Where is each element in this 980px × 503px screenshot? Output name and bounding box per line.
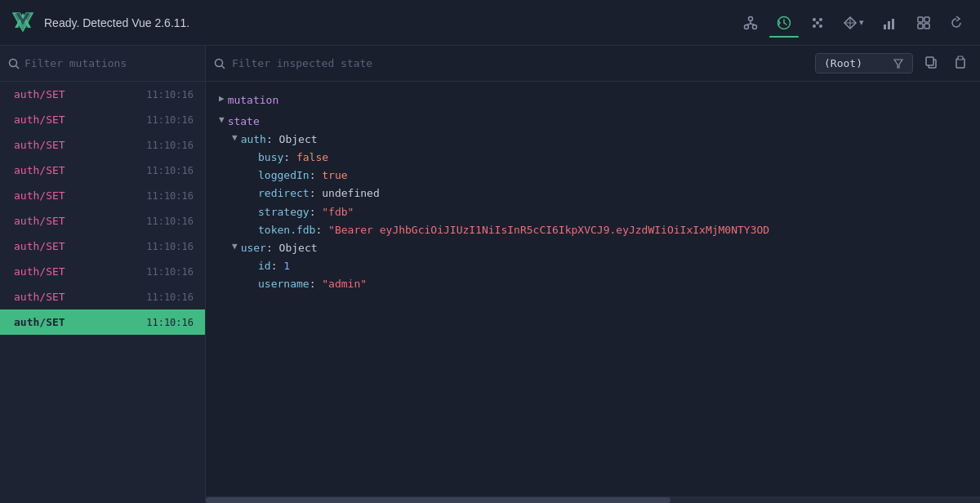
copy-state-button[interactable]	[920, 52, 942, 75]
mutation-name: auth/SET	[14, 291, 65, 303]
svg-point-13	[819, 18, 822, 21]
component-tree-icon	[743, 16, 758, 30]
loggedin-line: loggedIn : true	[219, 167, 967, 185]
mutation-item[interactable]: auth/SET 11:10:16	[0, 309, 205, 335]
filter-bar	[0, 46, 205, 82]
settings-button[interactable]	[910, 11, 938, 35]
mutation-name: auth/SET	[14, 139, 65, 151]
mutation-time: 11:10:16	[146, 241, 194, 252]
main-area: auth/SET 11:10:16auth/SET 11:10:16auth/S…	[0, 46, 980, 503]
filter-mutations-input[interactable]	[24, 57, 197, 69]
logo: Ready. Detected Vue 2.6.11.	[10, 10, 189, 36]
svg-rect-26	[918, 24, 923, 29]
auth-key: auth	[241, 131, 266, 149]
svg-point-28	[10, 59, 17, 66]
right-panel: (Root) mutati	[206, 46, 980, 503]
token-line: token.fdb : "Bearer eyJhbGciOiJIUzI1NiIs…	[219, 221, 967, 239]
mutation-item[interactable]: auth/SET 11:10:16	[0, 234, 205, 259]
mutation-name: auth/SET	[14, 240, 65, 252]
mutations-list: auth/SET 11:10:16auth/SET 11:10:16auth/S…	[0, 82, 205, 503]
mutation-item[interactable]: auth/SET 11:10:16	[0, 82, 205, 107]
root-selector-label: (Root)	[824, 57, 888, 69]
svg-point-15	[819, 24, 822, 28]
auth-object-header: auth : Object	[219, 131, 967, 149]
svg-line-9	[746, 24, 751, 25]
mutation-item[interactable]: auth/SET 11:10:16	[0, 284, 205, 309]
svg-point-30	[216, 59, 223, 66]
code-viewer: mutation state auth : Object busy : fals…	[206, 82, 980, 496]
filter-funnel-icon	[893, 58, 904, 69]
mutation-label: mutation	[228, 91, 279, 109]
svg-line-29	[16, 65, 20, 69]
performance-icon	[882, 15, 898, 31]
mutation-item[interactable]: auth/SET 11:10:16	[0, 183, 205, 208]
svg-point-6	[745, 24, 749, 29]
mutation-item[interactable]: auth/SET 11:10:16	[0, 259, 205, 284]
refresh-button[interactable]	[942, 11, 970, 35]
history-button[interactable]	[769, 10, 799, 36]
left-panel: auth/SET 11:10:16auth/SET 11:10:16auth/S…	[0, 46, 206, 503]
mutation-time: 11:10:16	[146, 140, 194, 151]
state-filter-bar: (Root)	[206, 46, 980, 82]
scrollbar-thumb	[206, 497, 670, 503]
mutation-name: auth/SET	[14, 114, 65, 126]
component-tree-button[interactable]	[737, 11, 764, 35]
router-icon	[843, 16, 858, 30]
state-label: state	[228, 113, 260, 131]
svg-rect-20	[884, 24, 886, 29]
strategy-line: strategy : "fdb"	[219, 203, 967, 221]
mutation-name: auth/SET	[14, 316, 65, 328]
svg-rect-35	[956, 59, 964, 68]
mutation-name: auth/SET	[14, 189, 65, 202]
mutation-time: 11:10:16	[146, 89, 194, 100]
mutation-time: 11:10:16	[146, 266, 194, 278]
mutation-item[interactable]: auth/SET 11:10:16	[0, 107, 205, 132]
state-section-header: state	[219, 113, 967, 131]
mutation-toggle[interactable]	[219, 91, 225, 107]
mutation-item[interactable]: auth/SET 11:10:16	[0, 158, 205, 183]
svg-point-5	[749, 16, 753, 20]
mutation-time: 11:10:16	[146, 216, 194, 227]
vue-logo-icon	[10, 10, 36, 36]
bottom-scrollbar	[206, 496, 980, 503]
svg-rect-24	[918, 17, 923, 22]
mutation-item[interactable]: auth/SET 11:10:16	[0, 132, 205, 158]
mutation-time: 11:10:16	[146, 190, 194, 202]
svg-rect-27	[924, 24, 929, 29]
id-line: id : 1	[219, 257, 967, 275]
mutation-time: 11:10:16	[146, 114, 194, 126]
svg-rect-25	[924, 17, 929, 22]
mutation-name: auth/SET	[14, 215, 65, 227]
mutation-time: 11:10:16	[146, 165, 194, 176]
vuex-button[interactable]	[804, 11, 831, 35]
redirect-line: redirect : undefined	[219, 185, 967, 203]
filter-state-input[interactable]	[232, 57, 808, 69]
user-toggle[interactable]	[232, 239, 238, 255]
svg-point-14	[813, 24, 816, 28]
svg-rect-36	[958, 56, 963, 60]
history-icon	[776, 15, 792, 31]
svg-rect-21	[888, 21, 890, 29]
paste-state-button[interactable]	[949, 52, 972, 75]
mutation-time: 11:10:16	[146, 292, 194, 303]
mutation-item[interactable]: auth/SET 11:10:16	[0, 208, 205, 234]
username-line: username : "admin"	[219, 275, 967, 293]
state-toggle[interactable]	[219, 113, 225, 128]
router-chevron-icon: ▾	[859, 17, 864, 28]
auth-toggle[interactable]	[232, 131, 238, 146]
svg-point-16	[816, 21, 819, 24]
svg-point-7	[753, 24, 757, 29]
root-selector[interactable]: (Root)	[815, 53, 913, 73]
router-button[interactable]: ▾	[836, 11, 871, 35]
svg-line-31	[222, 65, 225, 69]
user-object-header: user : Object	[219, 239, 967, 257]
performance-button[interactable]	[875, 10, 905, 36]
settings-icon	[916, 16, 931, 30]
mutation-name: auth/SET	[14, 265, 65, 278]
svg-marker-32	[894, 60, 902, 68]
svg-rect-22	[892, 19, 894, 29]
busy-line: busy : false	[219, 149, 967, 167]
copy-icon	[924, 56, 938, 69]
header-icons: ▾	[737, 10, 970, 36]
svg-line-10	[751, 24, 755, 25]
